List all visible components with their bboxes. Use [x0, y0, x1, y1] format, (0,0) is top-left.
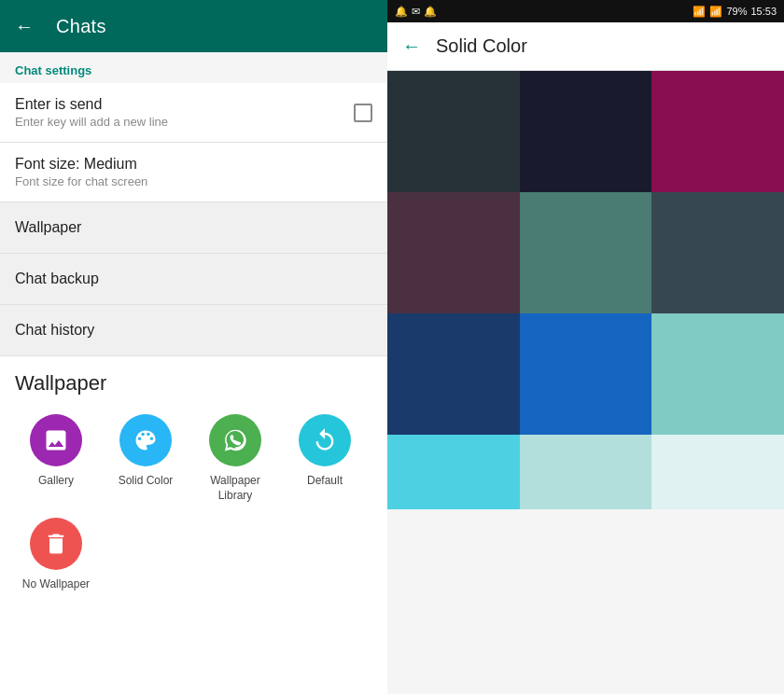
gallery-label: Gallery	[38, 474, 74, 489]
color-cell-6[interactable]	[387, 313, 520, 435]
right-panel: 🔔 ✉ 🔔 📶 📶 79% 15:53 ← Solid Color	[387, 0, 784, 694]
delete-icon	[43, 531, 69, 557]
wallpaper-options: Gallery Solid Color W	[15, 414, 372, 592]
chat-history-item[interactable]: Chat history	[0, 305, 387, 356]
color-cell-2[interactable]	[651, 71, 784, 192]
section-label: Chat settings	[0, 52, 387, 83]
alert-icon: 🔔	[424, 6, 437, 18]
wallpaper-library-option[interactable]: Wallpaper Library	[198, 414, 273, 503]
solid-color-icon-circle	[119, 414, 172, 466]
default-option[interactable]: Default	[287, 414, 362, 503]
color-cell-3[interactable]	[387, 192, 520, 313]
email-icon: ✉	[412, 6, 420, 18]
color-cell-1[interactable]	[520, 71, 652, 192]
status-bar: 🔔 ✉ 🔔 📶 📶 79% 15:53	[387, 0, 784, 22]
color-cell-0[interactable]	[387, 71, 520, 192]
enter-is-send-subtitle: Enter key will add a new line	[15, 115, 168, 129]
chat-history-label: Chat history	[15, 322, 372, 339]
default-label: Default	[307, 474, 343, 489]
right-header: ← Solid Color	[387, 22, 784, 71]
solid-color-title: Solid Color	[436, 35, 527, 57]
solid-color-label: Solid Color	[119, 474, 174, 489]
right-back-button[interactable]: ←	[402, 35, 421, 57]
wallpaper-library-icon-circle	[209, 414, 261, 466]
enter-is-send-title: Enter is send	[15, 96, 168, 113]
wallpaper-section-title: Wallpaper	[15, 371, 372, 396]
wallpaper-item[interactable]: Wallpaper	[0, 202, 387, 254]
gallery-icon	[43, 427, 69, 453]
wifi-icon: 📶	[693, 6, 706, 18]
status-left-icons: 🔔 ✉ 🔔	[395, 6, 437, 18]
chat-backup-item[interactable]: Chat backup	[0, 254, 387, 305]
gallery-icon-circle	[30, 414, 82, 466]
font-size-title: Font size: Medium	[15, 156, 147, 173]
no-wallpaper-label: No Wallpaper	[22, 577, 90, 592]
color-cell-9[interactable]	[387, 435, 520, 509]
color-cell-8[interactable]	[651, 313, 784, 435]
left-header: ← Chats	[0, 0, 387, 52]
gallery-option[interactable]: Gallery	[19, 414, 93, 503]
color-cell-11[interactable]	[651, 435, 784, 509]
default-icon-circle	[299, 414, 351, 466]
wallpaper-label: Wallpaper	[15, 219, 372, 236]
whatsapp-icon	[222, 427, 248, 453]
color-cell-4[interactable]	[520, 192, 652, 313]
color-cell-10[interactable]	[520, 435, 652, 509]
battery-text: 79%	[726, 6, 747, 17]
wallpaper-section: Wallpaper Gallery Solid Color	[0, 356, 387, 694]
time-display: 15:53	[750, 6, 777, 17]
color-cell-5[interactable]	[651, 192, 784, 313]
signal-icon: 📶	[709, 6, 722, 18]
color-grid	[387, 71, 784, 694]
enter-is-send-item[interactable]: Enter is send Enter key will add a new l…	[0, 83, 387, 143]
chat-backup-label: Chat backup	[15, 271, 372, 287]
status-right-icons: 📶 📶 79% 15:53	[693, 6, 777, 18]
no-wallpaper-option[interactable]: No Wallpaper	[19, 518, 93, 592]
back-button[interactable]: ←	[15, 16, 34, 37]
color-cell-7[interactable]	[520, 313, 652, 435]
settings-list: Chat settings Enter is send Enter key wi…	[0, 52, 387, 356]
no-wallpaper-icon-circle	[30, 518, 82, 570]
enter-is-send-checkbox[interactable]	[354, 104, 372, 122]
notification-icon: 🔔	[395, 6, 408, 18]
solid-color-option[interactable]: Solid Color	[108, 414, 183, 503]
refresh-icon	[312, 427, 338, 453]
wallpaper-library-label: Wallpaper Library	[198, 474, 273, 503]
palette-icon	[133, 427, 159, 453]
font-size-subtitle: Font size for chat screen	[15, 174, 147, 188]
page-title: Chats	[56, 16, 106, 37]
left-panel: ← Chats Chat settings Enter is send Ente…	[0, 0, 387, 694]
font-size-item[interactable]: Font size: Medium Font size for chat scr…	[0, 143, 387, 202]
